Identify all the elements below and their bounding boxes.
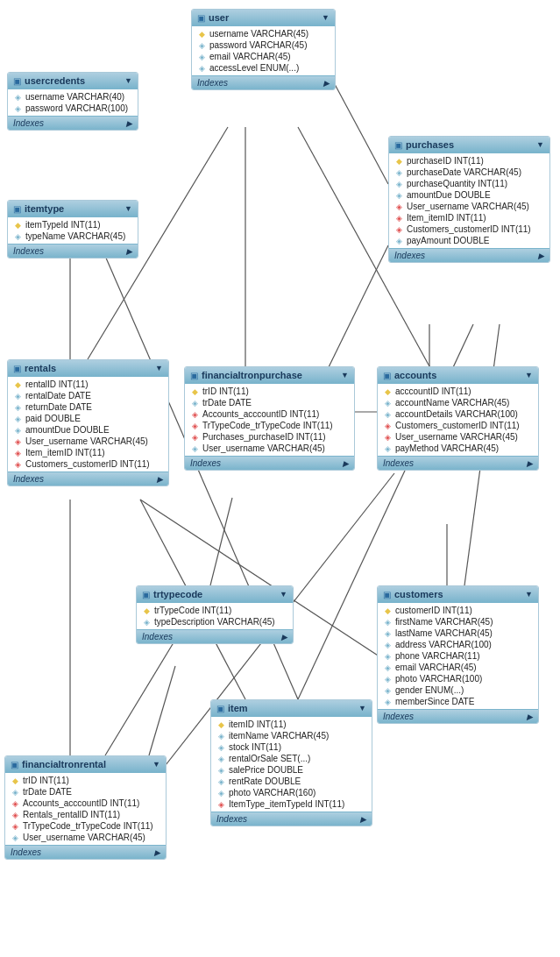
table-purchases-name: purchases: [406, 139, 454, 150]
red-diamond-icon: ◈: [12, 460, 23, 469]
red-diamond-icon: ◈: [10, 799, 20, 808]
table-rentals-indexes[interactable]: Indexes ▶: [8, 471, 168, 486]
table-ftr-arrow: ▼: [152, 760, 160, 769]
key-icon: ◆: [393, 157, 404, 166]
table-item-header[interactable]: ▣ item ▼: [211, 700, 372, 717]
field-text: Accounts_acccountID INT(11): [23, 798, 139, 808]
key-icon: ◆: [141, 606, 152, 615]
svg-line-18: [149, 666, 175, 755]
indexes-expand-icon: ▶: [126, 247, 132, 256]
diamond-icon: ◈: [382, 641, 393, 649]
table-item-body: ◆itemID INT(11) ◈itemName VARCHAR(45) ◈s…: [211, 717, 372, 812]
field-row: ◈memberSince DATE: [378, 696, 538, 707]
table-purchases-indexes[interactable]: Indexes ▶: [389, 248, 549, 262]
field-text: username VARCHAR(40): [25, 92, 124, 102]
table-usercredents-indexes[interactable]: Indexes ▶: [8, 116, 138, 130]
table-accounts-indexes[interactable]: Indexes ▶: [378, 456, 538, 470]
table-item-indexes[interactable]: Indexes ▶: [211, 812, 372, 826]
table-trtypecode-indexes[interactable]: Indexes ▶: [137, 629, 293, 643]
red-diamond-icon: ◈: [382, 433, 393, 442]
table-ftp-indexes[interactable]: Indexes ▶: [185, 456, 354, 470]
diamond-icon: ◈: [216, 789, 226, 798]
indexes-label: Indexes: [216, 814, 247, 824]
field-row: ◆itemTypeId INT(11): [8, 219, 138, 230]
diamond-icon: ◈: [382, 663, 393, 672]
table-trtypecode[interactable]: ▣ trtypecode ▼ ◆trTypeCode INT(11) ◈type…: [136, 585, 294, 644]
field-row: ◈User_username VARCHAR(45): [389, 201, 549, 212]
table-rentals-icon: ▣: [13, 364, 21, 373]
table-purchases-header[interactable]: ▣ purchases ▼: [389, 137, 549, 153]
table-rentals[interactable]: ▣ rentals ▼ ◆rentalID INT(11) ◈rentalDat…: [7, 359, 169, 486]
field-text: Item_itemID INT(11): [25, 448, 105, 457]
field-text: User_username VARCHAR(45): [407, 202, 529, 211]
field-row: ◈username VARCHAR(40): [8, 91, 138, 103]
table-usercredents-icon: ▣: [13, 76, 21, 86]
table-purchases[interactable]: ▣ purchases ▼ ◆purchaseID INT(11) ◈purch…: [388, 136, 550, 263]
table-itemtype-header[interactable]: ▣ itemtype ▼: [8, 201, 138, 217]
table-financialtronpurchase[interactable]: ▣ financialtronpurchase ▼ ◆trID INT(11) …: [184, 366, 355, 471]
field-text: trDate DATE: [23, 787, 72, 797]
table-customers-header[interactable]: ▣ customers ▼: [378, 586, 538, 603]
field-row: ◈email VARCHAR(45): [378, 662, 538, 673]
table-accounts-name: accounts: [394, 370, 436, 380]
field-row: ◈purchaseQuantity INT(11): [389, 178, 549, 189]
table-trtypecode-header[interactable]: ▣ trtypecode ▼: [137, 586, 293, 603]
table-rentals-header[interactable]: ▣ rentals ▼: [8, 360, 168, 377]
field-row: ◈rentRate DOUBLE: [211, 776, 372, 787]
table-user[interactable]: ▣ user ▼ ◆username VARCHAR(45) ◈password…: [191, 9, 336, 90]
field-text: payMethod VARCHAR(45): [395, 443, 499, 453]
diamond-icon: ◈: [382, 686, 393, 695]
field-row: ◆trTypeCode INT(11): [137, 605, 293, 616]
table-user-header[interactable]: ▣ user ▼: [192, 10, 335, 26]
field-row: ◈amountDue DOUBLE: [8, 424, 168, 436]
field-text: typeDescription VARCHAR(45): [154, 617, 275, 627]
table-customers[interactable]: ▣ customers ▼ ◆customerID INT(11) ◈first…: [377, 585, 539, 724]
diamond-icon: ◈: [393, 191, 404, 200]
field-text: purchaseQuantity INT(11): [407, 179, 507, 188]
field-row: ◆username VARCHAR(45): [192, 28, 335, 39]
table-accounts-header[interactable]: ▣ accounts ▼: [378, 367, 538, 384]
field-row: ◈trDate DATE: [185, 397, 354, 408]
field-text: Item_itemID INT(11): [407, 213, 486, 223]
table-trtypecode-body: ◆trTypeCode INT(11) ◈typeDescription VAR…: [137, 603, 293, 629]
diamond-icon: ◈: [382, 399, 393, 408]
field-text: rentalID INT(11): [25, 379, 89, 389]
field-row: ◈amountDue DOUBLE: [389, 189, 549, 201]
table-accounts[interactable]: ▣ accounts ▼ ◆acccountID INT(11) ◈accoun…: [377, 366, 539, 471]
table-user-indexes[interactable]: Indexes ▶: [192, 75, 335, 89]
table-ftr-header[interactable]: ▣ financialtronrental ▼: [5, 756, 166, 773]
field-row: ◈rentalDate DATE: [8, 390, 168, 401]
field-text: salePrice DOUBLE: [229, 765, 303, 775]
field-row: ◈email VARCHAR(45): [192, 51, 335, 62]
diamond-icon: ◈: [196, 53, 207, 61]
diamond-icon: ◈: [393, 237, 404, 245]
table-ftp-header[interactable]: ▣ financialtronpurchase ▼: [185, 367, 354, 384]
table-itemtype-name: itemtype: [25, 203, 64, 214]
table-trtypecode-arrow: ▼: [280, 590, 287, 599]
diamond-icon: ◈: [10, 788, 20, 797]
field-text: itemTypeId INT(11): [25, 220, 101, 230]
diamond-icon: ◈: [12, 93, 23, 102]
table-financialtronrental[interactable]: ▣ financialtronrental ▼ ◆trID INT(11) ◈t…: [4, 755, 167, 860]
table-itemtype[interactable]: ▣ itemtype ▼ ◆itemTypeId INT(11) ◈typeNa…: [7, 200, 138, 259]
table-item[interactable]: ▣ item ▼ ◆itemID INT(11) ◈itemName VARCH…: [210, 699, 372, 826]
indexes-label: Indexes: [13, 474, 44, 484]
table-usercredents-header[interactable]: ▣ usercredents ▼: [8, 73, 138, 89]
field-row: ◈stock INT(11): [211, 741, 372, 753]
field-row: ◈TrTypeCode_trTypeCode INT(11): [5, 820, 166, 832]
table-usercredents-arrow: ▼: [124, 76, 132, 85]
diamond-icon: ◈: [12, 415, 23, 423]
diamond-icon: ◈: [189, 399, 200, 408]
table-usercredents-body: ◈username VARCHAR(40) ◈password VARCHAR(…: [8, 89, 138, 116]
table-customers-indexes[interactable]: Indexes ▶: [378, 709, 538, 723]
table-user-body: ◆username VARCHAR(45) ◈password VARCHAR(…: [192, 26, 335, 75]
indexes-expand-icon: ▶: [157, 475, 163, 484]
table-ftr-indexes[interactable]: Indexes ▶: [5, 845, 166, 859]
field-row: ◈returnDate DATE: [8, 401, 168, 413]
diamond-icon: ◈: [216, 755, 226, 763]
red-diamond-icon: ◈: [393, 225, 404, 234]
table-itemtype-indexes[interactable]: Indexes ▶: [8, 244, 138, 258]
field-row: ◈Purchases_purchaseID INT(11): [185, 431, 354, 443]
table-usercredents[interactable]: ▣ usercredents ▼ ◈username VARCHAR(40) ◈…: [7, 72, 138, 131]
field-row: ◈paid DOUBLE: [8, 413, 168, 424]
